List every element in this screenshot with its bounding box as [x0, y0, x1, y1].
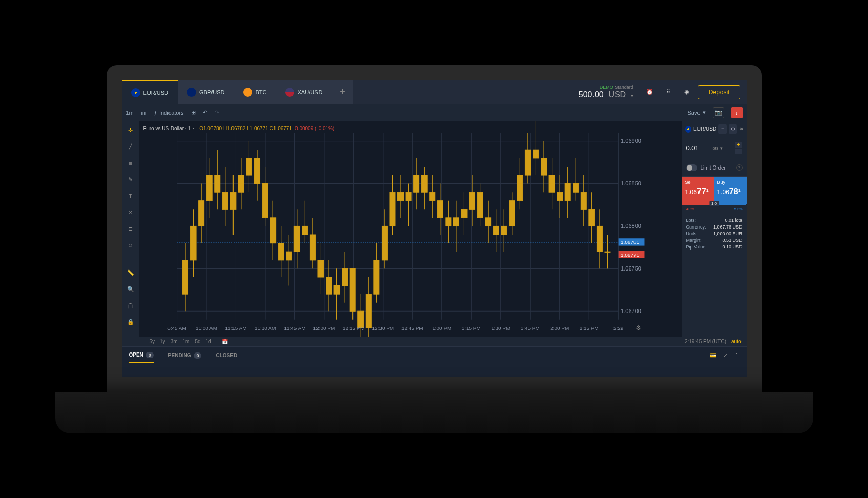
flag-eu-icon	[131, 88, 140, 97]
redo-icon[interactable]: ↷	[215, 109, 219, 116]
pattern-icon[interactable]: ⨯	[124, 206, 137, 219]
account-display[interactable]: DEMO Standard 500.00 USD ▾	[579, 85, 633, 99]
expand-icon[interactable]: ⤢	[723, 352, 728, 359]
help-icon[interactable]: ?	[736, 164, 743, 171]
svg-text:12:30 PM: 12:30 PM	[372, 325, 394, 330]
price-chart[interactable]: Euro vs US Dollar · 1 · O1.06780 H1.0678…	[139, 121, 682, 337]
svg-rect-124	[581, 192, 586, 209]
positions-tab-open[interactable]: OPEN0	[129, 352, 154, 363]
indicators-button[interactable]: ƒ Indicators	[154, 110, 184, 116]
apps-icon[interactable]: ⠿	[661, 85, 675, 99]
candlestick-chart[interactable]: 1.069001.068501.068001.067501.067001.067…	[139, 121, 682, 337]
timeframe-5y[interactable]: 5y	[150, 339, 155, 344]
positions-tab-closed[interactable]: CLOSED	[216, 352, 237, 363]
trendline-icon[interactable]: ╱	[124, 141, 137, 153]
symbol-tabs: EUR/USD GBP/USD BTC XAU/USD +	[122, 80, 353, 104]
calendar-icon[interactable]: 📅	[222, 339, 228, 344]
svg-rect-32	[214, 175, 220, 192]
user-icon[interactable]: ◉	[680, 85, 694, 99]
svg-rect-112	[533, 150, 539, 158]
symbol-flag-icon	[685, 126, 692, 133]
crosshair-icon[interactable]: ✛	[124, 125, 137, 137]
tab-xauusd[interactable]: XAU/USD	[276, 80, 332, 104]
svg-text:1.06800: 1.06800	[621, 222, 641, 229]
account-type: Standard	[615, 85, 633, 90]
wallet-icon[interactable]: 💳	[710, 352, 717, 359]
positions-panel: OPEN0 PENDING0 CLOSED 💳 ⤢ ⋮	[122, 346, 747, 377]
order-symbol: EUR/USD	[693, 126, 716, 132]
timeframe-selector[interactable]: 1m	[126, 110, 134, 116]
timeframe-1y[interactable]: 1y	[160, 339, 165, 344]
tab-label: BTC	[256, 89, 267, 95]
emoji-icon[interactable]: ☺	[124, 239, 137, 252]
deposit-button[interactable]: Deposit	[698, 85, 740, 99]
svg-rect-66	[350, 268, 355, 311]
positions-tab-pending[interactable]: PENDING0	[168, 352, 202, 363]
app-header: EUR/USD GBP/USD BTC XAU/USD + DEMO Stand…	[122, 80, 747, 104]
order-size-input[interactable]: 0.01	[686, 144, 699, 152]
timeframe-5d[interactable]: 5d	[195, 339, 200, 344]
collapse-button[interactable]: ↓	[731, 107, 743, 118]
chart-toolbar: 1m ⫾⫾ ƒ Indicators ⊞ ↶ ↷ Save ▾ 📷 ↓	[122, 104, 747, 121]
timeframe-3m[interactable]: 3m	[171, 339, 178, 344]
svg-rect-64	[342, 268, 347, 285]
svg-rect-60	[326, 277, 331, 294]
magnet-icon[interactable]: ⋂	[124, 300, 137, 312]
auto-button[interactable]: auto	[731, 339, 741, 344]
brush-icon[interactable]: ✎	[124, 174, 137, 186]
svg-rect-130	[605, 252, 610, 252]
ruler-icon[interactable]: 📏	[124, 267, 137, 279]
svg-rect-118	[557, 192, 562, 201]
text-icon[interactable]: T	[124, 190, 137, 202]
calculator-icon[interactable]: ⚙	[729, 125, 737, 134]
svg-rect-106	[509, 200, 515, 226]
svg-rect-40	[246, 158, 252, 175]
fib-icon[interactable]: ≡	[124, 157, 137, 170]
svg-rect-58	[318, 260, 324, 277]
svg-rect-104	[501, 226, 506, 235]
long-icon[interactable]: ⊏	[124, 223, 137, 235]
size-unit-selector[interactable]: lots ▾	[711, 146, 723, 151]
timeframe-1m[interactable]: 1m	[183, 339, 190, 344]
lock-icon[interactable]: 🔒	[124, 316, 137, 328]
svg-rect-54	[302, 226, 307, 235]
svg-text:11:15 AM: 11:15 AM	[225, 325, 246, 330]
alarm-icon[interactable]: ⏰	[643, 85, 657, 99]
sell-button[interactable]: Sell 1.06771	[682, 177, 714, 204]
svg-text:1:30 PM: 1:30 PM	[491, 325, 510, 330]
svg-rect-114	[541, 158, 546, 175]
svg-rect-128	[597, 226, 602, 252]
settings-icon[interactable]: ≡	[718, 125, 727, 134]
limit-order-toggle[interactable]	[686, 164, 697, 171]
svg-rect-92	[453, 217, 459, 226]
svg-rect-108	[517, 175, 522, 201]
chart-title-bar: Euro vs US Dollar · 1 · O1.06780 H1.0678…	[143, 126, 335, 131]
svg-rect-48	[278, 243, 284, 260]
save-button[interactable]: Save ▾	[687, 109, 705, 116]
tab-label: GBP/USD	[199, 89, 225, 95]
svg-text:1:15 PM: 1:15 PM	[461, 325, 480, 330]
svg-rect-42	[254, 158, 260, 183]
zoom-icon[interactable]: 🔍	[124, 283, 137, 296]
svg-rect-28	[198, 200, 204, 226]
buy-button[interactable]: Buy 1.06781	[714, 177, 747, 204]
layout-icon[interactable]: ⊞	[191, 109, 196, 116]
tab-btc[interactable]: BTC	[234, 80, 276, 104]
tab-gbpusd[interactable]: GBP/USD	[178, 80, 234, 104]
add-tab-button[interactable]: +	[331, 80, 353, 104]
svg-rect-38	[238, 175, 244, 192]
svg-rect-110	[525, 150, 531, 175]
timeframe-1d[interactable]: 1d	[206, 339, 211, 344]
screenshot-icon[interactable]: 📷	[713, 107, 724, 118]
undo-icon[interactable]: ↶	[203, 109, 207, 116]
more-icon[interactable]: ⋮	[734, 352, 739, 359]
order-panel: EUR/USD ≡ ⚙ ✕ 0.01 lots ▾ +− Limit Order…	[682, 121, 747, 337]
svg-rect-84	[421, 175, 427, 192]
size-minus[interactable]: −	[735, 149, 742, 154]
close-panel-icon[interactable]: ✕	[739, 126, 744, 132]
candle-style-icon[interactable]: ⫾⫾	[141, 110, 147, 116]
size-plus[interactable]: +	[735, 142, 742, 148]
tab-eurusd[interactable]: EUR/USD	[122, 80, 178, 104]
svg-text:1.06750: 1.06750	[621, 265, 641, 271]
clock-display: 2:19:45 PM (UTC)	[685, 339, 726, 344]
